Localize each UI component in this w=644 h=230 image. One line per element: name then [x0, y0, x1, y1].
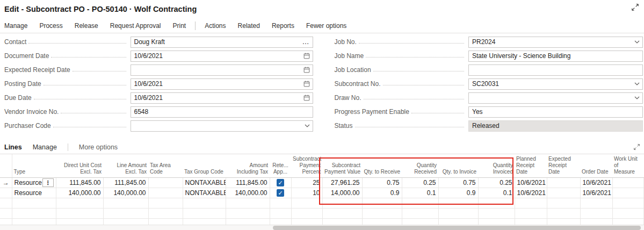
cell-type[interactable]: [12, 209, 56, 219]
menu-process[interactable]: Process: [33, 20, 68, 32]
job-name-input[interactable]: State University - Science Building: [468, 51, 643, 62]
menu-print[interactable]: Print: [167, 20, 192, 32]
cell-quantity-received[interactable]: 0.1: [402, 188, 438, 198]
col-header-qty-to-receive[interactable]: Qty. to Receive: [362, 154, 402, 178]
tab-manage[interactable]: Manage: [33, 143, 57, 151]
purchaser-code-input[interactable]: [131, 120, 313, 132]
col-header-subcontract-payment-percent[interactable]: Subcontract Payment Percent: [291, 154, 322, 178]
job-no-input[interactable]: PR2024: [468, 37, 643, 48]
cell-expected-receipt-date[interactable]: [547, 198, 580, 209]
cell-direct-unit-cost-excl-tax[interactable]: [56, 209, 103, 219]
cell-tax-area-code[interactable]: [148, 178, 183, 188]
cell-direct-unit-cost-excl-tax[interactable]: 111,845.00: [56, 178, 103, 188]
cell-quantity-received[interactable]: 0.25: [402, 178, 438, 188]
cell-quantity-invoiced[interactable]: 0.1: [478, 188, 515, 198]
chevron-down-icon[interactable]: [302, 124, 310, 127]
cell-qty-to-receive[interactable]: [362, 209, 402, 219]
cell-tax-area-code[interactable]: [148, 188, 183, 198]
cell-quantity-received[interactable]: [402, 198, 438, 209]
cell-line-amount-excl-tax[interactable]: 111,845.00: [103, 178, 148, 188]
col-header-quantity-received[interactable]: Quantity Received: [402, 154, 438, 178]
menu-actions[interactable]: Actions: [199, 20, 231, 32]
focus-mode-icon[interactable]: [632, 4, 639, 12]
cell-subcontract-payment-value[interactable]: 27,961.25: [322, 178, 362, 188]
cell-work-unit-of-measure[interactable]: [612, 198, 643, 209]
menu-request-approval[interactable]: Request Approval: [104, 20, 167, 32]
menu-related[interactable]: Related: [232, 20, 266, 32]
retention-applicable-checkbox[interactable]: ✓: [277, 189, 284, 197]
vendor-invoice-no-input[interactable]: 6548: [131, 106, 313, 118]
horizontal-scrollbar[interactable]: [0, 225, 644, 230]
cell-subcontract-payment-value[interactable]: [322, 209, 362, 219]
cell-subcontract-payment-value[interactable]: 14,000.00: [322, 188, 362, 198]
cell-planned-receipt-date[interactable]: 10/6/2021: [515, 178, 547, 188]
cell-quantity-invoiced[interactable]: 0.25: [478, 178, 515, 188]
cell-planned-receipt-date[interactable]: [515, 209, 547, 219]
cell-subcontract-payment-percent[interactable]: [291, 198, 322, 209]
cell-expected-receipt-date[interactable]: [547, 188, 580, 198]
col-header-tax-area-code[interactable]: Tax Area Code: [148, 154, 183, 178]
calendar-icon[interactable]: [301, 95, 310, 101]
cell-qty-to-receive[interactable]: 0.9: [362, 188, 402, 198]
cell-qty-to-invoice[interactable]: 0.9: [438, 188, 478, 198]
calendar-icon[interactable]: [301, 53, 310, 59]
cell-order-date[interactable]: 10/6/2021: [580, 178, 612, 188]
cell-subcontract-payment-value[interactable]: [322, 198, 362, 209]
draw-no-input[interactable]: [468, 92, 643, 104]
col-header-subcontract-payment-value[interactable]: Subcontract Payment Value: [322, 154, 362, 178]
cell-qty-to-receive[interactable]: 0.75: [362, 178, 402, 188]
due-date-input[interactable]: 10/6/2021: [131, 92, 313, 104]
chevron-down-icon[interactable]: [632, 82, 640, 85]
cell-quantity-invoiced[interactable]: [478, 209, 515, 219]
cell-planned-receipt-date[interactable]: [515, 198, 547, 209]
posting-date-input[interactable]: 10/6/2021: [131, 78, 313, 90]
subcontract-no-input[interactable]: SC20031: [468, 78, 643, 90]
cell-type[interactable]: [12, 198, 56, 209]
cell-expected-receipt-date[interactable]: [547, 209, 580, 219]
col-header-amount-including-tax[interactable]: Amount Including Tax: [226, 154, 270, 178]
cell-subcontract-payment-percent[interactable]: 10: [291, 188, 322, 198]
menu-manage[interactable]: Manage: [4, 20, 33, 32]
cell-amount-including-tax[interactable]: [226, 198, 270, 209]
horizontal-scrollbar-thumb[interactable]: [273, 226, 641, 230]
cell-retention-applicable[interactable]: ✓: [270, 188, 291, 198]
cell-tax-group-code[interactable]: NONTAXABLE: [183, 178, 226, 188]
col-header-planned-receipt-date[interactable]: Planned Receipt Date: [515, 154, 547, 178]
cell-subcontract-payment-percent[interactable]: [291, 209, 322, 219]
menu-reports[interactable]: Reports: [266, 20, 300, 32]
row-context-menu-icon[interactable]: ⋮: [42, 178, 54, 187]
col-header-retention-applicable[interactable]: Rete... App...: [270, 154, 291, 178]
cell-direct-unit-cost-excl-tax[interactable]: [56, 198, 103, 209]
cell-direct-unit-cost-excl-tax[interactable]: 140,000.00: [56, 188, 103, 198]
status-input[interactable]: Released: [468, 120, 643, 132]
cell-qty-to-invoice[interactable]: [438, 198, 478, 209]
expected-receipt-date-input[interactable]: [131, 64, 313, 76]
cell-retention-applicable[interactable]: [270, 198, 291, 209]
chevron-down-icon[interactable]: [632, 40, 640, 44]
cell-planned-receipt-date[interactable]: 10/6/2021: [515, 188, 547, 198]
cell-type[interactable]: Resource: [12, 188, 56, 198]
col-header-order-date[interactable]: Order Date: [580, 154, 612, 178]
cell-work-unit-of-measure[interactable]: [612, 178, 643, 188]
row-selection-gutter[interactable]: →: [0, 178, 12, 188]
col-header-qty-to-invoice[interactable]: Qty. to Invoice: [438, 154, 478, 178]
menu-fewer-options[interactable]: Fewer options: [300, 20, 352, 32]
cell-tax-area-code[interactable]: [148, 209, 183, 219]
col-header-direct-unit-cost-excl-tax[interactable]: Direct Unit Cost Excl. Tax: [56, 154, 103, 178]
calendar-icon[interactable]: [301, 81, 310, 87]
cell-quantity-received[interactable]: [402, 209, 438, 219]
assist-edit-icon[interactable]: …: [300, 39, 310, 45]
row-selection-gutter[interactable]: [0, 188, 12, 198]
col-header-quantity-invoiced[interactable]: Quantity Invoiced: [478, 154, 515, 178]
cell-retention-applicable[interactable]: [270, 209, 291, 219]
cell-type[interactable]: Resource⋮: [12, 178, 56, 188]
chevron-down-icon[interactable]: [632, 96, 640, 99]
col-header-type[interactable]: Type: [12, 154, 56, 178]
cell-quantity-invoiced[interactable]: [478, 198, 515, 209]
col-header-tax-group-code[interactable]: Tax Group Code: [183, 154, 226, 178]
progress-payment-enable-input[interactable]: Yes: [468, 106, 643, 118]
cell-qty-to-invoice[interactable]: [438, 209, 478, 219]
cell-subcontract-payment-percent[interactable]: 25: [291, 178, 322, 188]
cell-order-date[interactable]: 10/6/2021: [580, 188, 612, 198]
cell-amount-including-tax[interactable]: [226, 209, 270, 219]
